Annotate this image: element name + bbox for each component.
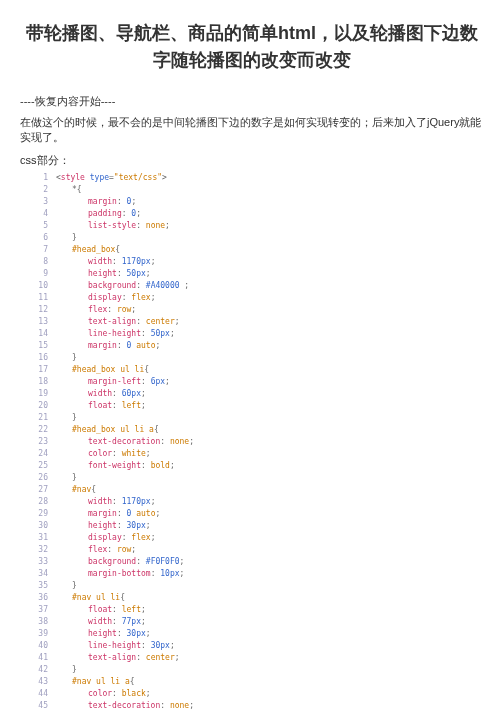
line-number: 11 <box>20 292 56 304</box>
line-number: 25 <box>20 460 56 472</box>
line-number: 21 <box>20 412 56 424</box>
code-content: flex: row; <box>56 304 484 316</box>
code-line: 21} <box>20 412 484 424</box>
code-content: margin: 0 auto; <box>56 508 484 520</box>
code-content: height: 50px; <box>56 268 484 280</box>
description-text: 在做这个的时候，最不会的是中间轮播图下边的数字是如何实现转变的；后来加入了jQu… <box>20 115 484 145</box>
line-number: 43 <box>20 676 56 688</box>
code-line: 13text-align: center; <box>20 316 484 328</box>
line-number: 6 <box>20 232 56 244</box>
line-number: 31 <box>20 532 56 544</box>
code-line: 3margin: 0; <box>20 196 484 208</box>
line-number: 36 <box>20 592 56 604</box>
code-content: #nav ul li{ <box>56 592 484 604</box>
code-line: 24color: white; <box>20 448 484 460</box>
code-line: 10background: #A40000 ; <box>20 280 484 292</box>
code-line: 38width: 77px; <box>20 616 484 628</box>
code-content: } <box>56 580 484 592</box>
code-line: 2*{ <box>20 184 484 196</box>
line-number: 39 <box>20 628 56 640</box>
code-content: line-height: 30px; <box>56 640 484 652</box>
code-line: 6} <box>20 232 484 244</box>
line-number: 5 <box>20 220 56 232</box>
code-content: text-align: center; <box>56 652 484 664</box>
line-number: 28 <box>20 496 56 508</box>
code-content: #head_box ul li a{ <box>56 424 484 436</box>
line-number: 16 <box>20 352 56 364</box>
code-line: 35} <box>20 580 484 592</box>
code-line: 16} <box>20 352 484 364</box>
code-content: color: black; <box>56 688 484 700</box>
line-number: 1 <box>20 172 56 184</box>
line-number: 20 <box>20 400 56 412</box>
css-section-label: css部分： <box>20 153 484 168</box>
code-content: width: 60px; <box>56 388 484 400</box>
line-number: 37 <box>20 604 56 616</box>
line-number: 15 <box>20 340 56 352</box>
code-content: display: flex; <box>56 532 484 544</box>
line-number: 18 <box>20 376 56 388</box>
line-number: 9 <box>20 268 56 280</box>
line-number: 8 <box>20 256 56 268</box>
code-line: 37float: left; <box>20 604 484 616</box>
code-line: 5list-style: none; <box>20 220 484 232</box>
code-line: 4padding: 0; <box>20 208 484 220</box>
line-number: 41 <box>20 652 56 664</box>
code-content: width: 1170px; <box>56 496 484 508</box>
code-line: 15margin: 0 auto; <box>20 340 484 352</box>
code-content: display: flex; <box>56 292 484 304</box>
code-content: #head_box{ <box>56 244 484 256</box>
line-number: 42 <box>20 664 56 676</box>
code-line: 29margin: 0 auto; <box>20 508 484 520</box>
code-content: color: white; <box>56 448 484 460</box>
code-line: 22#head_box ul li a{ <box>20 424 484 436</box>
code-content: text-decoration: none; <box>56 436 484 448</box>
code-line: 19width: 60px; <box>20 388 484 400</box>
code-content: text-align: center; <box>56 316 484 328</box>
code-content: } <box>56 232 484 244</box>
line-number: 29 <box>20 508 56 520</box>
line-number: 40 <box>20 640 56 652</box>
code-content: float: left; <box>56 604 484 616</box>
code-line: 7#head_box{ <box>20 244 484 256</box>
code-line: 30height: 30px; <box>20 520 484 532</box>
line-number: 17 <box>20 364 56 376</box>
line-number: 14 <box>20 328 56 340</box>
code-line: 1<style type="text/css"> <box>20 172 484 184</box>
code-content: *{ <box>56 184 484 196</box>
line-number: 23 <box>20 436 56 448</box>
code-line: 23text-decoration: none; <box>20 436 484 448</box>
code-line: 26} <box>20 472 484 484</box>
line-number: 24 <box>20 448 56 460</box>
line-number: 35 <box>20 580 56 592</box>
code-content: #nav{ <box>56 484 484 496</box>
code-content: height: 30px; <box>56 628 484 640</box>
code-line: 39height: 30px; <box>20 628 484 640</box>
code-content: float: left; <box>56 400 484 412</box>
line-number: 27 <box>20 484 56 496</box>
code-line: 20float: left; <box>20 400 484 412</box>
line-number: 12 <box>20 304 56 316</box>
line-number: 13 <box>20 316 56 328</box>
code-content: margin-bottom: 10px; <box>56 568 484 580</box>
code-content: margin: 0 auto; <box>56 340 484 352</box>
line-number: 4 <box>20 208 56 220</box>
code-content: } <box>56 412 484 424</box>
code-line: 41text-align: center; <box>20 652 484 664</box>
line-number: 22 <box>20 424 56 436</box>
code-line: 44color: black; <box>20 688 484 700</box>
code-content: #head_box ul li{ <box>56 364 484 376</box>
code-content: margin-left: 6px; <box>56 376 484 388</box>
line-number: 38 <box>20 616 56 628</box>
line-number: 45 <box>20 700 56 712</box>
line-number: 26 <box>20 472 56 484</box>
code-content: } <box>56 472 484 484</box>
line-number: 10 <box>20 280 56 292</box>
code-line: 36#nav ul li{ <box>20 592 484 604</box>
code-content: padding: 0; <box>56 208 484 220</box>
code-line: 27#nav{ <box>20 484 484 496</box>
line-number: 33 <box>20 556 56 568</box>
code-content: background: #A40000 ; <box>56 280 484 292</box>
code-line: 34margin-bottom: 10px; <box>20 568 484 580</box>
code-line: 9height: 50px; <box>20 268 484 280</box>
